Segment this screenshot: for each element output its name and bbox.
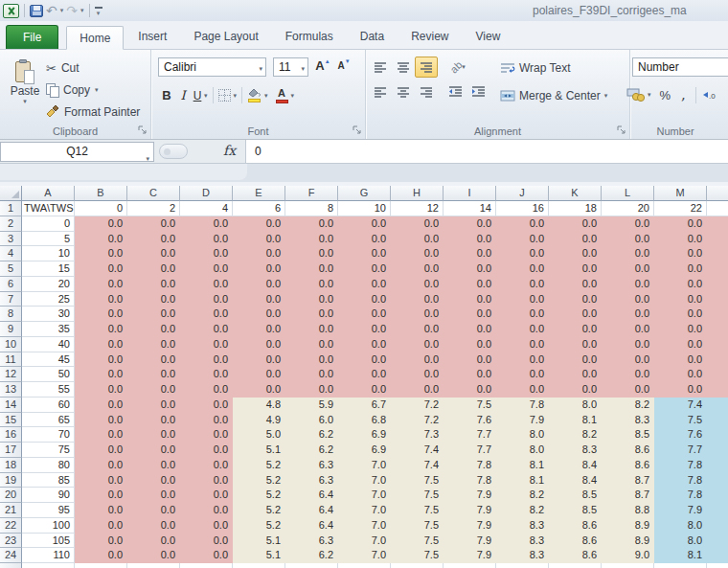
cell[interactable]: 0.0 xyxy=(180,307,233,322)
save-button[interactable] xyxy=(30,5,43,17)
cell[interactable]: 0.0 xyxy=(127,458,180,473)
row-header-9[interactable]: 9 xyxy=(0,322,22,337)
cell[interactable]: 8.2 xyxy=(496,488,549,503)
cell[interactable]: 8.5 xyxy=(549,503,602,518)
cell[interactable]: 6.3 xyxy=(285,473,338,488)
cell[interactable]: 45 xyxy=(22,352,75,368)
cell[interactable]: 7.0 xyxy=(707,488,728,503)
cell[interactable]: 25 xyxy=(22,292,75,307)
tab-home[interactable]: Home xyxy=(66,26,124,50)
cell[interactable]: 8.9 xyxy=(602,534,654,549)
cell[interactable]: 0.0 xyxy=(602,232,654,247)
cell[interactable]: 35 xyxy=(22,322,75,337)
cell[interactable]: 0.0 xyxy=(233,292,285,307)
cell[interactable]: 0.0 xyxy=(496,382,549,398)
cell[interactable]: 5.2 xyxy=(233,518,285,534)
cell[interactable]: 0.0 xyxy=(549,261,602,277)
wrap-text-button[interactable]: Wrap Text xyxy=(500,57,571,79)
cell[interactable]: 110 xyxy=(22,548,75,563)
cell[interactable]: 18 xyxy=(549,201,602,216)
cell[interactable] xyxy=(75,563,127,568)
font-size-combo[interactable]: 11 ▾ xyxy=(273,57,308,77)
name-box[interactable]: Q12 ▾ xyxy=(0,142,154,162)
row-header-14[interactable]: 14 xyxy=(0,398,22,413)
cell[interactable]: 6.9 xyxy=(707,473,728,488)
cell[interactable]: 0.0 xyxy=(285,246,338,261)
cell[interactable]: 20 xyxy=(602,201,654,216)
cell[interactable]: 0.0 xyxy=(549,322,602,337)
cell[interactable]: 0.0 xyxy=(391,261,444,277)
column-header-I[interactable]: I xyxy=(444,186,496,201)
cell[interactable]: 0.0 xyxy=(75,443,127,458)
cell[interactable]: 8 xyxy=(285,201,338,216)
cell[interactable]: 0.0 xyxy=(75,427,127,443)
cell[interactable]: 0.0 xyxy=(75,488,127,503)
cell[interactable]: 7.5 xyxy=(391,473,444,488)
cell[interactable]: 0.0 xyxy=(127,246,180,261)
cell[interactable]: 0.0 xyxy=(707,277,728,292)
font-color-caret-icon[interactable]: ▾ xyxy=(291,92,295,100)
cell[interactable]: 5.1 xyxy=(233,443,285,458)
underline-caret-icon[interactable]: ▾ xyxy=(204,92,208,100)
cell[interactable]: 6.3 xyxy=(285,458,338,473)
cell[interactable]: 0.0 xyxy=(444,246,496,261)
cell[interactable]: 0.0 xyxy=(549,307,602,322)
row-header-20[interactable]: 20 xyxy=(0,488,22,503)
cell[interactable]: 5.2 xyxy=(233,503,285,518)
cell[interactable]: 8.6 xyxy=(549,534,602,549)
cell[interactable]: 4 xyxy=(180,201,233,216)
cell[interactable]: 0.0 xyxy=(180,534,233,549)
cell[interactable]: 7.4 xyxy=(391,458,444,473)
formula-input[interactable]: 0 xyxy=(246,140,728,163)
cell[interactable]: 0.0 xyxy=(602,307,654,322)
cell[interactable]: 0.0 xyxy=(127,548,180,563)
cell[interactable]: 0.0 xyxy=(75,534,127,549)
column-header-C[interactable]: C xyxy=(127,186,180,201)
cell[interactable]: 8.3 xyxy=(549,443,602,458)
cell[interactable]: 80 xyxy=(22,458,75,473)
column-header-K[interactable]: K xyxy=(549,186,602,201)
cell[interactable]: 7.6 xyxy=(654,427,707,443)
cell[interactable]: 0 xyxy=(75,201,127,216)
cell[interactable]: 0.0 xyxy=(75,548,127,563)
cell[interactable]: 5.9 xyxy=(285,398,338,413)
comma-style-button[interactable]: , xyxy=(676,86,691,103)
cell[interactable]: 6.4 xyxy=(285,488,338,503)
cell[interactable]: 0.0 xyxy=(127,352,180,368)
accounting-caret-icon[interactable]: ▾ xyxy=(648,91,651,99)
cell[interactable]: 6.4 xyxy=(285,503,338,518)
cell[interactable]: 0.0 xyxy=(549,216,602,232)
cell[interactable]: 0.0 xyxy=(496,277,549,292)
cell[interactable]: 0.0 xyxy=(127,277,180,292)
cell[interactable]: 60 xyxy=(22,398,75,413)
cell[interactable]: 0.0 xyxy=(127,398,180,413)
cell[interactable]: 0.0 xyxy=(391,367,444,382)
percent-style-button[interactable]: % xyxy=(654,88,677,102)
cell[interactable]: 7.8 xyxy=(654,458,707,473)
cell[interactable]: 8.1 xyxy=(496,473,549,488)
cell[interactable]: 12 xyxy=(391,201,444,216)
cell[interactable]: 0.0 xyxy=(707,292,728,307)
cell[interactable]: 0.0 xyxy=(602,322,654,337)
cell[interactable]: 6.9 xyxy=(707,458,728,473)
cell[interactable]: 0.0 xyxy=(707,367,728,382)
cell[interactable]: 7.8 xyxy=(654,473,707,488)
cell[interactable]: 7.8 xyxy=(444,473,496,488)
cell[interactable]: 0.0 xyxy=(444,367,496,382)
cell[interactable] xyxy=(180,563,233,568)
cell[interactable]: 0.0 xyxy=(549,292,602,307)
row-header-25[interactable] xyxy=(0,563,22,568)
row-header-5[interactable]: 5 xyxy=(0,261,22,277)
cell[interactable]: 0.0 xyxy=(127,443,180,458)
cell[interactable]: 4.9 xyxy=(233,413,285,428)
cell[interactable]: 0.0 xyxy=(338,292,391,307)
italic-button[interactable]: I xyxy=(175,88,191,102)
cell[interactable]: 7.4 xyxy=(391,443,444,458)
borders-button[interactable] xyxy=(218,89,231,102)
cell[interactable]: 7.0 xyxy=(338,488,391,503)
cell[interactable]: 0.0 xyxy=(75,307,127,322)
paste-button[interactable]: Paste ▾ xyxy=(6,57,44,124)
cell[interactable]: 0.0 xyxy=(391,216,444,232)
cell[interactable]: 0.0 xyxy=(549,232,602,247)
cell[interactable]: 8.0 xyxy=(654,534,707,549)
